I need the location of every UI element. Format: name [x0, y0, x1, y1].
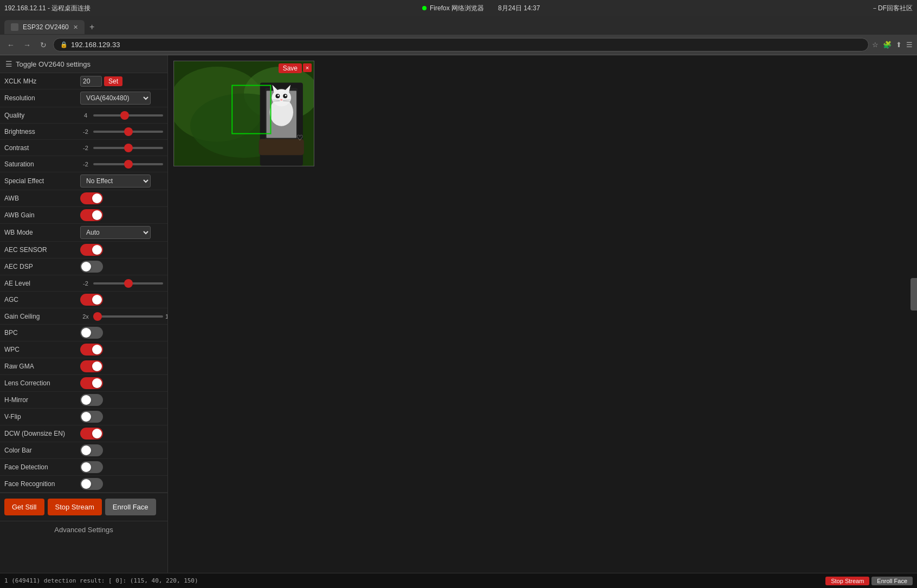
h-mirror-toggle[interactable]	[80, 394, 103, 406]
advanced-settings-label[interactable]: Advanced Settings	[0, 521, 167, 538]
bottom-bar-buttons: Stop Stream Enroll Face	[825, 577, 913, 585]
dcw-label: DCW (Downsize EN)	[4, 430, 80, 437]
lens-correction-toggle[interactable]	[80, 377, 103, 389]
contrast-row: Contrast -2 2	[0, 140, 167, 156]
contrast-slider[interactable]	[93, 147, 163, 149]
bpc-row: BPC	[0, 325, 167, 341]
dcw-row: DCW (Downsize EN)	[0, 425, 167, 442]
toggle-header[interactable]: ☰ Toggle OV2640 settings	[0, 55, 167, 73]
new-tab-button[interactable]: +	[85, 20, 100, 35]
saturation-slider[interactable]	[93, 163, 163, 165]
face-detection-toggle[interactable]	[80, 461, 103, 473]
special-effect-label: Special Effect	[4, 177, 80, 185]
h-mirror-row: H-Mirror	[0, 392, 167, 409]
browser-tab-esp32[interactable]: ESP32 OV2460 ✕	[4, 20, 85, 34]
raw-gma-thumb	[92, 361, 102, 371]
gain-ceiling-min: 2x	[80, 313, 91, 320]
bottom-stop-stream-button[interactable]: Stop Stream	[825, 577, 869, 585]
face-recognition-label: Face Recognition	[4, 480, 80, 488]
bpc-toggle[interactable]	[80, 327, 103, 339]
gain-ceiling-slider[interactable]	[93, 315, 163, 318]
aec-dsp-label: AEC DSP	[4, 263, 80, 270]
v-flip-row: V-Flip	[0, 409, 167, 425]
resize-handle[interactable]	[910, 278, 917, 311]
xclk-input[interactable]	[80, 76, 102, 87]
bookmark-icon[interactable]: ☆	[872, 41, 879, 49]
bpc-thumb	[81, 328, 91, 338]
resolution-select[interactable]: UXGA(1600x1200) SXGA(1280x1024) XGA(1024…	[80, 92, 151, 105]
face-recognition-thumb	[81, 479, 91, 489]
camera-image: ♡	[174, 61, 314, 166]
enroll-face-button[interactable]: Enroll Face	[105, 499, 156, 515]
awb-gain-toggle[interactable]	[80, 209, 103, 221]
browser-nav: ← → ↻ 🔒 192.168.129.33 ☆ 🧩 ⬆ ☰	[0, 35, 917, 55]
taskbar-controls: －DF回客社区	[871, 4, 913, 13]
v-flip-thumb	[81, 412, 91, 422]
nav-icons: ☆ 🧩 ⬆ ☰	[872, 41, 913, 49]
brightness-slider[interactable]	[93, 131, 163, 133]
address-bar[interactable]: 🔒 192.168.129.33	[53, 38, 869, 51]
special-effect-select[interactable]: No Effect Negative Grayscale Red Tint Gr…	[80, 175, 151, 188]
ae-level-slider[interactable]	[93, 282, 163, 285]
forward-button[interactable]: →	[21, 38, 34, 51]
contrast-label: Contrast	[4, 144, 80, 152]
h-mirror-control	[80, 394, 163, 406]
get-still-button[interactable]: Get Still	[4, 499, 44, 515]
extensions-icon[interactable]: 🧩	[883, 41, 892, 49]
save-button[interactable]: Save	[279, 63, 302, 73]
wpc-toggle[interactable]	[80, 344, 103, 356]
toggle-header-label: Toggle OV2640 settings	[16, 60, 91, 68]
ae-level-control: -2 2	[80, 280, 168, 287]
tab-close-button[interactable]: ✕	[73, 24, 78, 31]
color-bar-toggle[interactable]	[80, 444, 103, 456]
menu-icon[interactable]: ☰	[906, 41, 913, 49]
close-camera-button[interactable]: ×	[303, 63, 312, 72]
brightness-min: -2	[80, 128, 91, 135]
detection-text: 1 (649411) detection result: [ 0]: (115,…	[4, 577, 825, 584]
face-recognition-toggle[interactable]	[80, 478, 103, 490]
taskbar-datetime: 8月24日 14:37	[498, 4, 540, 13]
xclk-row: XCLK MHz Set	[0, 73, 167, 89]
brightness-label: Brightness	[4, 128, 80, 135]
awb-gain-row: AWB Gain	[0, 207, 167, 224]
wpc-label: WPC	[4, 346, 80, 353]
bottom-enroll-button[interactable]: Enroll Face	[871, 577, 913, 585]
xclk-set-button[interactable]: Set	[104, 76, 122, 86]
settings-panel: ☰ Toggle OV2640 settings XCLK MHz Set Re…	[0, 55, 168, 588]
resolution-label: Resolution	[4, 94, 80, 102]
agc-thumb	[92, 295, 102, 305]
color-bar-thumb	[81, 445, 91, 455]
stop-stream-button[interactable]: Stop Stream	[48, 499, 102, 515]
wb-mode-select[interactable]: Auto Sunny Cloudy Office Home	[80, 226, 151, 239]
aec-dsp-control	[80, 261, 163, 273]
lens-correction-row: Lens Correction	[0, 375, 167, 392]
v-flip-label: V-Flip	[4, 413, 80, 421]
saturation-row: Saturation -2 2	[0, 156, 167, 172]
lens-correction-control	[80, 377, 163, 389]
v-flip-toggle[interactable]	[80, 411, 103, 423]
agc-row: AGC	[0, 292, 167, 308]
dcw-thumb	[92, 429, 102, 438]
saturation-min: -2	[80, 161, 91, 167]
aec-sensor-toggle[interactable]	[80, 244, 103, 256]
share-icon[interactable]: ⬆	[896, 41, 902, 49]
wpc-thumb	[92, 345, 102, 354]
color-bar-row: Color Bar	[0, 442, 167, 459]
dcw-toggle[interactable]	[80, 428, 103, 440]
wb-mode-control: Auto Sunny Cloudy Office Home	[80, 226, 163, 239]
contrast-min: -2	[80, 145, 91, 151]
reload-button[interactable]: ↻	[37, 38, 50, 51]
agc-toggle[interactable]	[80, 294, 103, 306]
camera-view: Save ×	[168, 55, 917, 588]
quality-row: Quality 4 63	[0, 107, 167, 124]
aec-dsp-toggle[interactable]	[80, 261, 103, 273]
quality-slider[interactable]	[93, 114, 163, 117]
raw-gma-control	[80, 360, 163, 372]
brightness-row: Brightness -2 2	[0, 124, 167, 140]
raw-gma-toggle[interactable]	[80, 360, 103, 372]
back-button[interactable]: ←	[4, 38, 17, 51]
browser-tabs: ESP32 OV2460 ✕ +	[0, 16, 917, 35]
face-detection-thumb	[81, 462, 91, 472]
awb-toggle[interactable]	[80, 192, 103, 204]
lock-icon: 🔒	[60, 41, 68, 48]
